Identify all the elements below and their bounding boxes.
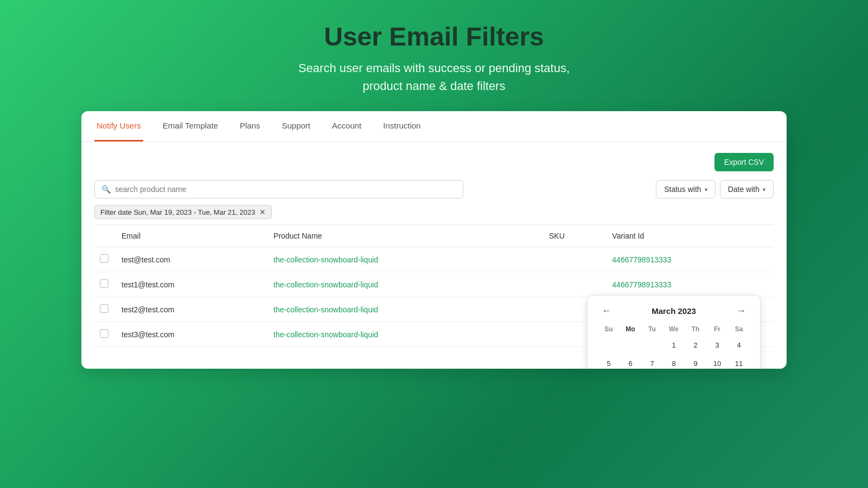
calendar-day-3[interactable]: 3 <box>709 336 726 354</box>
search-input[interactable] <box>115 185 456 194</box>
export-csv-button[interactable]: Export CSV <box>714 153 774 171</box>
calendar-dow-su: Su <box>598 323 619 335</box>
calendar-dow-tu: Tu <box>642 323 662 335</box>
calendar-day-2[interactable]: 2 <box>687 336 704 354</box>
calendar-day-9[interactable]: 9 <box>687 355 704 369</box>
row-checkbox-cell[interactable] <box>94 247 116 272</box>
calendar-day-11[interactable]: 11 <box>730 355 748 369</box>
status-filter-button[interactable]: Status with ▾ <box>656 180 715 198</box>
filter-row: 🔍 Status with ▾ Date with ▾ <box>94 180 774 198</box>
calendar-dow-fr: Fr <box>707 323 727 335</box>
calendar-day-6[interactable]: 6 <box>622 355 639 369</box>
calendar-day-empty <box>622 336 639 354</box>
calendar-next-button[interactable]: → <box>733 304 749 318</box>
search-icon: 🔍 <box>101 185 111 194</box>
col-product-name: Product Name <box>268 225 544 247</box>
checkbox[interactable] <box>100 329 108 338</box>
chevron-down-icon: ▾ <box>705 187 707 192</box>
content-area: Export CSV 🔍 Status with ▾ Date with ▾ F <box>81 142 787 358</box>
checkbox[interactable] <box>100 254 108 263</box>
nav-item-email-template[interactable]: Email Template <box>161 111 220 142</box>
main-nav: Notify Users Email Template Plans Suppor… <box>81 111 787 142</box>
product-cell[interactable]: the-collection-snowboard-liquid <box>268 322 544 347</box>
table-header-row: Email Product Name SKU Variant Id <box>94 225 774 247</box>
calendar-day-8[interactable]: 8 <box>665 355 682 369</box>
calendar-day-4[interactable]: 4 <box>730 336 748 354</box>
checkbox[interactable] <box>100 279 108 288</box>
sku-cell <box>544 272 607 297</box>
table-row: test@test.com the-collection-snowboard-l… <box>94 247 774 272</box>
nav-item-instruction[interactable]: Instruction <box>381 111 423 142</box>
calendar-dow-th: Th <box>685 323 706 335</box>
calendar-dow-sa: Sa <box>729 323 749 335</box>
calendar-header: ← March 2023 → <box>598 304 749 318</box>
calendar-panel: ← March 2023 → SuMoTuWeThFrSa12345678910… <box>587 295 761 369</box>
search-box: 🔍 <box>94 180 463 198</box>
row-checkbox-cell[interactable] <box>94 297 116 322</box>
sku-cell <box>544 247 607 272</box>
main-card: Notify Users Email Template Plans Suppor… <box>81 111 787 369</box>
calendar-grid: SuMoTuWeThFrSa12345678910111213141516171… <box>598 323 749 369</box>
variant-id-cell: 44667798913333 <box>607 272 774 297</box>
filter-buttons: Status with ▾ Date with ▾ <box>656 180 774 198</box>
hero-subtitle: Search user emails with success or pendi… <box>298 59 570 95</box>
calendar-dow-mo: Mo <box>620 323 641 335</box>
hero-section: User Email Filters Search user emails wi… <box>298 22 570 95</box>
table-row: test1@test.com the-collection-snowboard-… <box>94 272 774 297</box>
chevron-down-icon: ▾ <box>763 187 765 192</box>
email-cell: test1@test.com <box>116 272 268 297</box>
nav-item-plans[interactable]: Plans <box>238 111 263 142</box>
col-checkbox <box>94 225 116 247</box>
calendar-day-10[interactable]: 10 <box>709 355 726 369</box>
page-title: User Email Filters <box>298 22 570 52</box>
variant-id-cell: 44667798913333 <box>607 247 774 272</box>
active-filter-tag: Filter date Sun, Mar 19, 2023 - Tue, Mar… <box>94 205 272 219</box>
checkbox[interactable] <box>100 304 108 313</box>
nav-item-account[interactable]: Account <box>330 111 363 142</box>
calendar-dow-we: We <box>663 323 684 335</box>
product-cell[interactable]: the-collection-snowboard-liquid <box>268 247 544 272</box>
row-checkbox-cell[interactable] <box>94 272 116 297</box>
row-checkbox-cell[interactable] <box>94 322 116 347</box>
email-cell: test2@test.com <box>116 297 268 322</box>
calendar-day-7[interactable]: 7 <box>643 355 661 369</box>
close-filter-icon[interactable]: ✕ <box>259 208 266 216</box>
nav-item-notify-users[interactable]: Notify Users <box>94 111 143 142</box>
nav-item-support[interactable]: Support <box>280 111 313 142</box>
calendar-title: March 2023 <box>652 306 696 316</box>
calendar-day-empty <box>643 336 661 354</box>
email-cell: test@test.com <box>116 247 268 272</box>
calendar-prev-button[interactable]: ← <box>598 304 615 318</box>
filter-tag-text: Filter date Sun, Mar 19, 2023 - Tue, Mar… <box>100 208 255 216</box>
email-cell: test3@test.com <box>116 322 268 347</box>
col-sku: SKU <box>544 225 607 247</box>
calendar-day-5[interactable]: 5 <box>600 355 617 369</box>
main-layout: Email Product Name SKU Variant Id test@t… <box>94 224 774 347</box>
col-variant-id: Variant Id <box>607 225 774 247</box>
top-bar: Export CSV <box>94 153 774 171</box>
product-cell[interactable]: the-collection-snowboard-liquid <box>268 272 544 297</box>
calendar-day-1[interactable]: 1 <box>665 336 682 354</box>
product-cell[interactable]: the-collection-snowboard-liquid <box>268 297 544 322</box>
date-filter-button[interactable]: Date with ▾ <box>720 180 774 198</box>
calendar-day-empty <box>600 336 617 354</box>
col-email: Email <box>116 225 268 247</box>
